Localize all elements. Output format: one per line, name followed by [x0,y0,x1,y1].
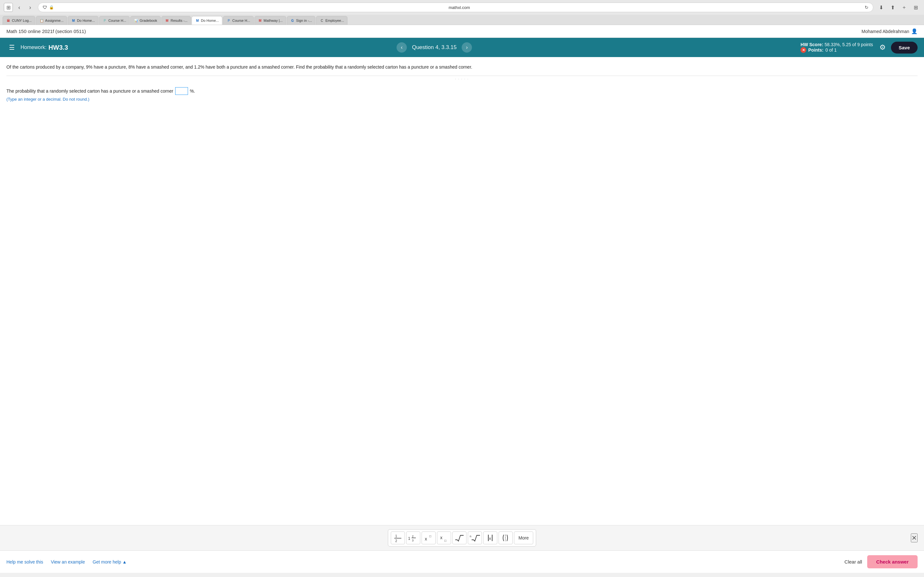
url-text: mathxl.com [56,5,863,10]
tab-gradebook[interactable]: 📊 Gradebook [130,16,160,25]
settings-btn[interactable]: ⚙ [879,43,886,52]
browser-back-btn[interactable]: ‹ [15,3,24,12]
tab-dohome2[interactable]: M Do Home... [192,16,222,25]
svg-text:3: 3 [412,539,414,542]
browser-forward-btn[interactable]: › [26,3,35,12]
hw-score-row: HW Score: 58.33%, 5.25 of 9 points [800,42,873,47]
points-label: Points: [808,47,823,53]
user-info: Mohamed Abdelrahman 👤 [861,28,918,34]
tab-title-gradebook: Gradebook [140,19,157,23]
tab-signin[interactable]: G Sign in -... [287,16,316,25]
tab-title-dohome1: Do Home... [77,19,95,23]
tab-employee[interactable]: C Employee... [316,16,347,25]
paren-icon [501,533,510,542]
username: Mohamed Abdelrahman [861,29,909,34]
answer-input[interactable] [175,87,188,95]
next-question-btn[interactable]: › [462,42,472,53]
clear-all-btn[interactable]: Clear all [845,559,862,564]
close-toolbar-btn[interactable]: ✕ [911,533,918,542]
subscript-icon: x □ [439,533,449,542]
answer-suffix: %. [190,89,195,93]
svg-text:x: x [425,536,427,542]
grid-btn[interactable]: ⊞ [911,3,920,12]
answer-prefix: The probability that a randomly selected… [6,89,173,93]
tab-favicon-assign: 📋 [39,18,44,23]
answer-line: The probability that a randomly selected… [6,87,918,95]
hw-score-value: 58.33%, 5.25 of 9 points [825,42,873,47]
tab-cuny[interactable]: 🏛 CUNY Log... [3,16,35,25]
check-answer-btn[interactable]: Check answer [867,555,918,568]
math-toolbar-wrapper: 1 2 1 2 3 x □ x □ [0,525,924,550]
mixed-number-btn[interactable]: 1 2 3 [406,532,420,544]
mixed-number-icon: 1 2 3 [407,533,419,542]
tab-title-mathway: Mathway |... [264,19,283,23]
fraction-icon: 1 2 [393,533,403,542]
hw-score-label: HW Score: [800,42,823,47]
math-toolbar: 1 2 1 2 3 x □ x □ [388,529,536,546]
drag-handle: · · · · · [6,77,918,81]
homework-label: Homework: [21,45,47,50]
tab-dohome1[interactable]: M Do Home... [68,16,99,25]
tab-favicon-mathway: M [258,18,262,23]
get-more-help-btn[interactable]: Get more help ▲ [93,559,127,564]
tab-title-employee: Employee... [325,19,344,23]
tab-courseh2[interactable]: P Course H... [223,16,254,25]
lock-icon: 🔒 [49,5,54,10]
question-text: Of the cartons produced by a company, 9%… [6,63,918,76]
paren-btn[interactable] [499,532,513,544]
bottom-bar: Help me solve this View an example Get m… [0,550,924,573]
tab-title-assign: Assignme... [45,19,63,23]
fraction-btn[interactable]: 1 2 [391,532,405,544]
tab-favicon-dohome1: M [71,18,76,23]
tab-favicon-signin: G [290,18,295,23]
superscript-icon: x □ [424,533,433,542]
tab-assign[interactable]: 📋 Assignme... [36,16,67,25]
svg-text:x: x [489,536,491,541]
reload-icon[interactable]: ↻ [865,5,869,10]
homework-name: HW3.3 [48,44,68,51]
subscript-btn[interactable]: x □ [437,532,451,544]
tab-favicon-results: M [165,18,170,23]
sidebar-toggle-btn[interactable]: ⊞ [4,3,13,12]
tab-bar: 🏛 CUNY Log... 📋 Assignme... M Do Home...… [0,15,924,25]
tab-favicon-dohome2: M [195,18,200,23]
page-title: Math 150 online 2021f (section 0511) [6,29,86,34]
tab-title-signin: Sign in -... [296,19,312,23]
points-x-icon: ✕ [800,47,806,53]
hamburger-menu-btn[interactable]: ☰ [6,41,17,54]
tab-favicon-employee: C [320,18,324,23]
tab-favicon-cuny: 🏛 [6,18,11,23]
help-me-solve-btn[interactable]: Help me solve this [6,559,43,564]
download-btn[interactable]: ⬇ [877,3,885,12]
prev-question-btn[interactable]: ‹ [397,42,407,53]
tab-title-results: Results -... [171,19,188,23]
svg-text:2: 2 [395,539,397,542]
sqrt-btn[interactable] [452,532,467,544]
share-btn[interactable]: ⬆ [888,3,897,12]
tab-title-cuny: CUNY Log... [12,19,32,23]
points-row: ✕ Points: 0 of 1 [800,47,837,53]
app-header: ☰ Homework: HW3.3 ‹ Question 4, 3.3.15 ›… [0,38,924,57]
user-icon: 👤 [911,28,918,34]
svg-text:n: n [470,535,471,538]
more-btn[interactable]: More [514,532,533,544]
tab-favicon-courseh1: P [103,18,107,23]
view-example-btn[interactable]: View an example [51,559,85,564]
superscript-btn[interactable]: x □ [422,532,436,544]
nthroot-btn[interactable]: n [468,532,482,544]
score-section: HW Score: 58.33%, 5.25 of 9 points ✕ Poi… [800,42,873,53]
tab-mathway[interactable]: M Mathway |... [254,16,286,25]
question-nav: ‹ Question 4, 3.3.15 › [68,42,800,53]
answer-section: The probability that a randomly selected… [6,82,918,102]
tab-title-courseh1: Course H... [108,19,126,23]
address-bar[interactable]: 🛡 🔒 mathxl.com ↻ [38,3,873,12]
tab-courseh1[interactable]: P Course H... [99,16,130,25]
input-hint: (Type an integer or a decimal. Do not ro… [6,97,918,102]
save-btn[interactable]: Save [891,42,918,53]
new-tab-btn[interactable]: ＋ [900,3,909,12]
abs-value-icon: x [486,533,495,542]
main-content: Of the cartons produced by a company, 9%… [0,57,924,525]
tab-results[interactable]: M Results -... [162,16,191,25]
abs-value-btn[interactable]: x [483,532,497,544]
svg-text:□: □ [444,539,446,542]
